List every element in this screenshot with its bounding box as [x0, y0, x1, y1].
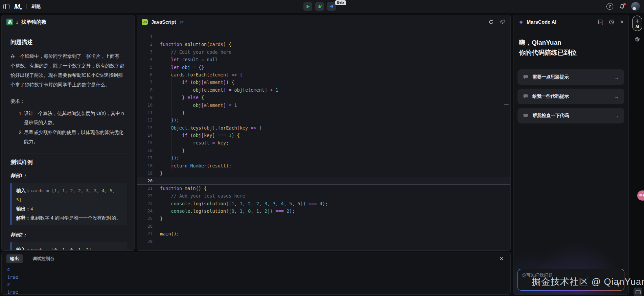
console-close-icon[interactable]: ✕	[499, 256, 506, 262]
editor-scrollbar[interactable]	[504, 104, 509, 105]
avatar[interactable]	[631, 2, 640, 11]
code-line-19[interactable]: 19}	[137, 169, 510, 177]
chat-placeholder: 你可以问我问题	[522, 272, 553, 278]
code-line-12[interactable]: 12 });	[137, 116, 510, 124]
submit-button[interactable]: Beta	[327, 2, 336, 11]
code-line-15[interactable]: 15 result = key;	[137, 139, 510, 146]
line-number: 21	[137, 185, 160, 192]
code-line-20[interactable]: 20	[137, 177, 510, 184]
code-line-21[interactable]: 21function main() {	[137, 185, 510, 192]
example-block: 输入：cards = [1, 1, 2, 2, 3, 3, 4, 5, 5]输出…	[10, 183, 127, 225]
indent-guide	[171, 48, 171, 169]
translate-icon[interactable]: 中A	[637, 190, 644, 201]
sparkle-icon	[518, 19, 524, 25]
code-line-8[interactable]: 8 obj[element] = obj[element] + 1	[137, 86, 510, 94]
suggestion-label: 给我一些代码提示	[532, 93, 569, 99]
console-line: true	[7, 288, 505, 296]
line-number: 26	[137, 223, 160, 230]
history-icon[interactable]	[609, 19, 614, 25]
editor-panel: JS JavaScript ⇄ 12function solution(card…	[137, 15, 511, 251]
run-button[interactable]	[303, 2, 312, 11]
suggestion-card[interactable]: 需要一点思路提示→	[518, 69, 624, 85]
code-line-27[interactable]: 27main();	[137, 230, 510, 237]
notification-dot	[623, 3, 626, 5]
line-number: 27	[137, 230, 160, 237]
arrow-icon: →	[614, 74, 619, 80]
line-number: 23	[137, 200, 160, 207]
line-number: 6	[137, 71, 160, 78]
divider	[10, 154, 127, 154]
paper-plane-icon	[329, 4, 334, 9]
console-header: 输出 调试控制台 ✕	[2, 252, 510, 265]
tab-output[interactable]: 输出	[6, 254, 23, 263]
editor-header: JS JavaScript ⇄	[137, 15, 510, 29]
new-chat-icon[interactable]	[598, 19, 603, 25]
code-line-14[interactable]: 14 if (obj[key] === 1) {	[137, 132, 510, 139]
play-icon	[306, 4, 310, 9]
code-line-18[interactable]: 18 return Number(result);	[137, 162, 510, 169]
code-line-9[interactable]: 9 } else {	[137, 94, 510, 101]
line-number: 10	[137, 101, 160, 109]
line-number: 19	[137, 169, 160, 177]
assistant-panel: MarsCode AI ✕ 嗨，QianYuan 你的代码陪练已到位 需要一点思…	[513, 15, 629, 295]
bug-report-icon[interactable]	[634, 36, 640, 42]
assistant-close-icon[interactable]: ✕	[620, 19, 624, 25]
format-code-icon[interactable]	[500, 19, 506, 25]
code-line-26[interactable]: 26	[137, 223, 510, 230]
code-line-11[interactable]: 11 }	[137, 109, 510, 116]
language-label: JavaScript	[151, 19, 176, 25]
line-number: 4	[137, 56, 160, 63]
suggestion-card[interactable]: 帮我检查一下代码→	[518, 108, 624, 123]
suggestion-cards: 需要一点思路提示→给我一些代码提示→帮我检查一下代码→	[513, 60, 628, 123]
code-line-17[interactable]: 17 });	[137, 154, 510, 162]
problem-description: 在一个班级中，每位同学都拿到了一张卡片，上面有一个整数。有趣的是，除了一个数字之…	[10, 51, 127, 89]
chat-bubble-icon	[523, 75, 528, 80]
debug-button[interactable]	[315, 2, 324, 11]
code-line-6[interactable]: 6 cards.forEach(element => {	[137, 71, 510, 78]
code-line-7[interactable]: 7 if (obj[element]) {	[137, 78, 510, 86]
reset-code-icon[interactable]	[488, 19, 494, 25]
examples-container: 样例1：输入：cards = [1, 1, 2, 2, 3, 3, 4, 5, …	[10, 173, 127, 251]
notification-bell-icon[interactable]	[619, 4, 625, 9]
difficulty-badge: 易	[6, 19, 13, 25]
ai-assistant-toggle[interactable]: AI	[632, 16, 642, 31]
greeting-line2: 你的代码陪练已到位	[519, 48, 623, 58]
sparkle-icon	[635, 19, 640, 24]
code-line-16[interactable]: 16 }	[137, 147, 510, 154]
code-line-5[interactable]: 5 let obj = {}	[137, 64, 510, 71]
line-number: 28	[137, 238, 160, 245]
code-line-24[interactable]: 24 console.log(solution([0, 1, 0, 1, 2])…	[137, 207, 510, 215]
code-line-2[interactable]: 2function solution(cards) {	[137, 41, 510, 48]
problem-title: 找单独的数	[21, 19, 46, 25]
requirement-item: 尽量减少额外空间的使用，以体现你的算法优化能力。	[24, 128, 127, 146]
requirements-label: 要求：	[10, 97, 127, 106]
code-line-13[interactable]: 13 Object.keys(obj).forEach(key => {	[137, 124, 510, 132]
line-number: 24	[137, 207, 160, 215]
sidebar-toggle-icon[interactable]	[3, 4, 9, 9]
line-number: 15	[137, 139, 160, 146]
code-line-28[interactable]: 28	[137, 238, 510, 245]
language-switch-icon[interactable]: ⇄	[180, 20, 184, 25]
code-line-10[interactable]: 10 obj[element] = 1	[137, 101, 510, 109]
code-line-4[interactable]: 4 let result = null	[137, 56, 510, 63]
tab-debug-console[interactable]: 调试控制台	[29, 254, 58, 263]
chat-input[interactable]: 你可以问我问题	[518, 269, 624, 291]
code-line-3[interactable]: 3 // Edit your code here	[137, 48, 510, 56]
marscode-logo[interactable]: M	[14, 2, 22, 10]
line-number: 7	[137, 78, 160, 86]
line-number: 20	[137, 177, 160, 184]
code-line-22[interactable]: 22 // Add your test cases here	[137, 192, 510, 200]
help-icon[interactable]: ?	[606, 3, 613, 10]
line-number: 1	[137, 33, 160, 41]
suggestion-label: 帮我检查一下代码	[532, 113, 569, 119]
reader-card-icon[interactable]	[634, 288, 642, 296]
ai-label: AI	[636, 25, 639, 28]
send-icon[interactable]	[615, 281, 621, 288]
code-line-1[interactable]: 1	[137, 33, 510, 41]
indent-guide	[183, 78, 183, 109]
suggestion-card[interactable]: 给我一些代码提示→	[518, 89, 624, 104]
app-title[interactable]: 刷题	[31, 3, 41, 9]
code-editor[interactable]: 12function solution(cards) {3 // Edit yo…	[137, 29, 510, 245]
code-line-23[interactable]: 23 console.log(solution([1, 1, 2, 2, 3, …	[137, 200, 510, 207]
code-line-25[interactable]: 25}	[137, 215, 510, 222]
